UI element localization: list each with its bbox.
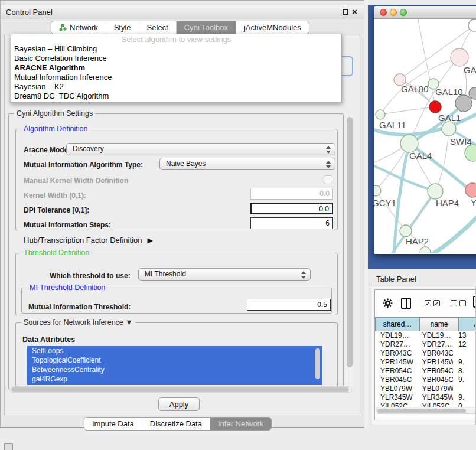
column-header-name[interactable]: name [420, 317, 459, 331]
network-node-hap2[interactable] [400, 225, 412, 237]
attribute-item-gal4rgexp[interactable]: gal4RGexp [27, 374, 322, 384]
mi-threshold-field[interactable]: 0.5 [247, 299, 331, 311]
algorithm-option-aracne-algorithm[interactable]: ARACNE Algorithm [11, 63, 341, 73]
table-cell[interactable] [453, 349, 476, 358]
table-cell[interactable]: YBR043C [417, 349, 453, 358]
float-window-icon[interactable] [343, 9, 348, 15]
attributes-scrollbar-thumb[interactable] [315, 348, 320, 379]
unchecked-checkbox-icon[interactable] [459, 300, 466, 306]
table-cell[interactable]: YLR345W [417, 393, 453, 402]
table-cell[interactable]: YDL19… [375, 331, 417, 340]
kernel-width-field[interactable]: 0.0 [250, 188, 333, 200]
table-cell[interactable]: YLR345W [375, 393, 417, 402]
checked-checkbox-icon[interactable]: ✓ [433, 300, 440, 306]
apply-button[interactable]: Apply [158, 397, 200, 411]
tab-impute-data[interactable]: Impute Data [84, 418, 142, 430]
table-hscrollbar-thumb[interactable] [377, 409, 466, 413]
table-cell[interactable]: 12 [453, 340, 476, 349]
table-cell[interactable]: YBL079W [417, 384, 453, 393]
algorithm-option-bayesian-hill-climbing[interactable]: Bayesian – Hill Climbing [11, 44, 341, 54]
table-cell[interactable]: YBR045C [375, 376, 417, 384]
mi-steps-field[interactable]: 6 [250, 217, 333, 229]
table-cell[interactable]: YBR043C [375, 349, 417, 358]
table-cell[interactable]: 9. [453, 376, 476, 384]
settings-scrollbar-thumb[interactable] [347, 117, 353, 367]
network-node-top-white[interactable] [468, 19, 476, 31]
expand-arrow-icon[interactable]: ▶ [147, 236, 152, 244]
table-cell[interactable]: 9. [453, 358, 476, 367]
tab-infer-network[interactable]: Infer Network [210, 418, 271, 430]
algorithm-option-dream8-dc-tdc-algorithm[interactable]: Dream8 DC_TDC Algorithm [11, 92, 341, 101]
table-cell[interactable]: YBL079W [375, 384, 417, 393]
network-node-bottom[interactable] [420, 247, 431, 253]
table-cell[interactable] [453, 384, 476, 393]
table-cell[interactable]: 8. [453, 367, 476, 376]
hub-section[interactable]: Hub/Transcription Factor Definition ▶ [24, 236, 153, 244]
network-node-gal4[interactable] [400, 135, 418, 152]
tab-select[interactable]: Select [139, 21, 177, 34]
algorithm-option-bayesian-k2[interactable]: Bayesian – K2 [11, 82, 341, 92]
settings-hscrollbar-thumb[interactable] [11, 387, 349, 392]
tab-discretize-data[interactable]: Discretize Data [142, 418, 210, 430]
manual-kernel-checkbox[interactable] [324, 175, 332, 184]
tab-jactivemnodules[interactable]: jActiveMNodules [236, 21, 309, 34]
table-cell[interactable]: YDL19… [417, 331, 453, 340]
network-node-gal11[interactable] [376, 110, 385, 119]
which-threshold-select[interactable]: MI Threshold [138, 268, 311, 281]
collapsed-panel-icon[interactable] [4, 443, 13, 450]
network-window-titlebar[interactable] [374, 6, 476, 19]
table-cell[interactable]: YER054C [417, 367, 453, 376]
collapse-arrow-icon[interactable]: ▼ [125, 318, 132, 327]
table-cell[interactable]: YBR045C [417, 376, 453, 384]
table-row[interactable]: YBR045CYBR045C9. [375, 376, 476, 384]
dpi-tolerance-field[interactable]: 0.0 [250, 203, 333, 214]
network-node-swi4-green[interactable] [465, 145, 476, 161]
gear-icon[interactable] [383, 298, 393, 308]
tab-network[interactable]: Network [51, 21, 106, 34]
network-node-gal1[interactable] [442, 122, 456, 136]
table-cell[interactable]: 13 [453, 331, 476, 340]
column-header-a[interactable]: A [459, 317, 476, 331]
table-row[interactable]: YBL079WYBL079W [375, 384, 476, 393]
tab-cyni-toolbox[interactable]: Cyni Toolbox [177, 21, 236, 34]
table-row[interactable]: YER054CYER054C8. [375, 367, 476, 376]
unchecked-checkbox-icon[interactable] [451, 300, 457, 306]
close-traffic-light-icon[interactable] [380, 9, 387, 16]
attribute-item-selfloops[interactable]: SelfLoops [27, 346, 322, 356]
algorithm-option-mutual-information-inference[interactable]: Mutual Information Inference [11, 73, 341, 82]
table-cell[interactable]: YPR145W [375, 358, 417, 367]
aracne-mode-select[interactable]: Discovery [66, 143, 335, 155]
table-cell[interactable]: YER054C [375, 367, 417, 376]
attribute-item-topologicalcoefficient[interactable]: TopologicalCoefficient [27, 356, 322, 365]
split-columns-icon[interactable] [401, 298, 411, 309]
settings-scrollbar[interactable] [345, 115, 353, 389]
network-node-y-salmon[interactable] [465, 183, 476, 197]
table-cell[interactable]: YDR27… [417, 340, 453, 349]
table-row[interactable]: YDL19…YDL19…13 [375, 331, 476, 340]
table-hscrollbar[interactable] [376, 407, 476, 414]
network-node-pink-1[interactable] [451, 48, 468, 66]
document-icon[interactable] [473, 296, 476, 308]
table-row[interactable]: YPR145WYPR145W9. [375, 358, 476, 367]
control-panel-titlebar[interactable] [1, 5, 364, 19]
network-node-gray-2[interactable] [469, 87, 476, 99]
mi-type-select[interactable]: Naive Bayes [159, 158, 335, 170]
network-node-hap4[interactable] [428, 184, 443, 199]
table-cell[interactable]: YPR145W [417, 358, 453, 367]
close-icon[interactable]: × [352, 6, 357, 17]
table-cell[interactable]: 9. [453, 393, 476, 402]
data-attributes-list[interactable]: SelfLoopsTopologicalCoefficientBetweenne… [27, 346, 322, 385]
column-header-shared[interactable]: shared… [375, 317, 420, 331]
tab-style[interactable]: Style [106, 21, 139, 34]
table-row[interactable]: YLR345WYLR345W9. [375, 393, 476, 402]
minimize-traffic-light-icon[interactable] [390, 9, 397, 16]
network-svg[interactable]: GALGAL80GAL10GAL11GAL1GAL4SWI4GCY1HAP4YH… [374, 19, 476, 253]
zoom-traffic-light-icon[interactable] [400, 9, 407, 16]
network-window[interactable]: GALGAL80GAL10GAL11GAL1GAL4SWI4GCY1HAP4YH… [374, 6, 476, 254]
checked-checkbox-icon[interactable]: ✓ [425, 300, 431, 306]
table-row[interactable]: YBR043CYBR043C [375, 349, 476, 358]
settings-hscrollbar[interactable] [9, 386, 352, 393]
network-node-red-node[interactable] [429, 101, 441, 113]
table-row[interactable]: YDR27…YDR27…12 [375, 340, 476, 349]
table-cell[interactable]: YDR27… [375, 340, 417, 349]
